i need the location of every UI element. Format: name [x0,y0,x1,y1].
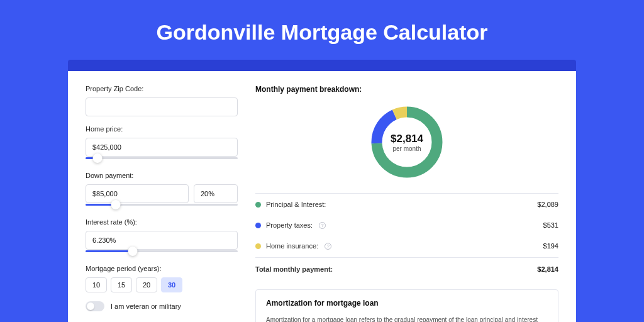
veteran-label: I am veteran or military [111,303,181,310]
legend-value: $194 [543,242,558,250]
legend-label: Property taxes: [266,221,313,229]
zip-label: Property Zip Code: [86,85,238,92]
home-price-field-group: Home price: [86,125,238,163]
period-option-15[interactable]: 15 [111,277,132,292]
veteran-row: I am veteran or military [86,301,238,311]
home-price-input[interactable] [86,138,238,157]
down-payment-input[interactable] [86,184,189,203]
zip-field-group: Property Zip Code: [86,85,238,116]
amortization-box: Amortization for mortgage loan Amortizat… [255,289,558,322]
calculator-card-shadow: Property Zip Code: Home price: Down paym… [68,60,576,322]
breakdown-title: Monthly payment breakdown: [255,85,558,94]
toggle-knob [87,303,94,310]
zip-input[interactable] [86,97,238,116]
legend-value: $2,089 [537,201,558,208]
period-option-20[interactable]: 20 [136,277,157,292]
down-payment-slider[interactable] [86,202,238,209]
period-options: 10152030 [86,277,238,292]
down-payment-label: Down payment: [86,172,238,179]
legend-total-label: Total monthly payment: [255,265,333,273]
inputs-column: Property Zip Code: Home price: Down paym… [86,85,238,322]
legend-row: Property taxes:?$531 [255,214,558,235]
legend-label: Home insurance: [266,242,318,250]
results-column: Monthly payment breakdown: $2,814 per mo… [255,85,558,322]
donut-chart-wrap: $2,814 per month [255,101,558,189]
amortization-text: Amortization for a mortgage loan refers … [266,315,548,322]
interest-input[interactable] [86,231,238,250]
donut-chart: $2,814 per month [369,104,445,180]
home-price-slider[interactable] [86,155,238,163]
veteran-toggle[interactable] [86,301,104,311]
interest-field-group: Interest rate (%): [86,218,238,256]
calculator-card: Property Zip Code: Home price: Down paym… [68,71,576,322]
legend-label: Principal & Interest: [266,201,326,208]
home-price-label: Home price: [86,125,238,133]
legend-row: Home insurance:?$194 [255,235,558,256]
legend-value: $531 [543,221,558,229]
legend-list: Principal & Interest:$2,089Property taxe… [255,194,558,256]
interest-slider[interactable] [86,248,238,256]
info-icon[interactable]: ? [325,243,331,250]
donut-per-month: per month [392,145,421,152]
page-title: Gordonville Mortgage Calculator [0,0,644,60]
legend-dot [255,202,261,208]
legend-dot [255,243,261,249]
legend-dot [255,223,261,228]
amortization-title: Amortization for mortgage loan [266,299,548,308]
interest-label: Interest rate (%): [86,218,238,226]
down-payment-pct-input[interactable] [194,184,238,203]
down-payment-field-group: Down payment: [86,172,238,209]
period-field-group: Mortgage period (years): 10152030 [86,265,238,292]
legend-total-value: $2,814 [537,265,558,273]
period-option-10[interactable]: 10 [86,277,107,292]
info-icon[interactable]: ? [319,222,326,229]
period-option-30[interactable]: 30 [161,277,182,292]
legend-total-row: Total monthly payment: $2,814 [255,257,558,279]
period-label: Mortgage period (years): [86,265,238,272]
donut-total: $2,814 [391,133,423,145]
legend-row: Principal & Interest:$2,089 [255,194,558,214]
